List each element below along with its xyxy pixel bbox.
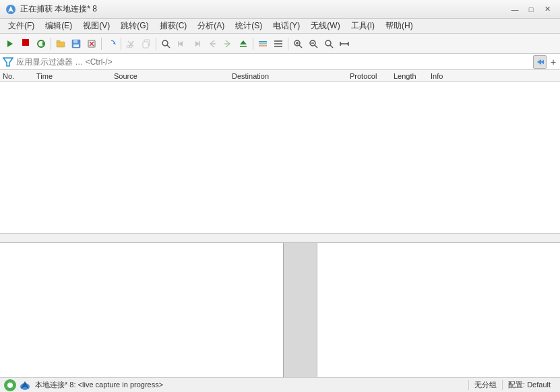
svg-marker-50 xyxy=(346,42,348,45)
filter-bar: + xyxy=(0,54,560,70)
filter-add-button[interactable]: + xyxy=(548,55,559,69)
go-forward-button[interactable] xyxy=(220,36,235,51)
zoom-normal-button[interactable] xyxy=(321,36,336,51)
sep4 xyxy=(156,38,156,50)
packet-list[interactable] xyxy=(0,82,560,233)
filter-input[interactable] xyxy=(16,54,532,69)
scroll-up-button[interactable] xyxy=(236,36,251,51)
svg-marker-49 xyxy=(340,42,342,45)
svg-line-45 xyxy=(330,45,333,48)
app-icon xyxy=(5,4,16,15)
bottom-area xyxy=(0,242,560,377)
status-config: 配置: Default xyxy=(502,380,556,390)
detail-panel[interactable] xyxy=(0,243,284,377)
packet-list-inner xyxy=(0,82,560,233)
menu-telephone[interactable]: 电话(Y) xyxy=(268,19,305,33)
open-file-button[interactable] xyxy=(53,36,68,51)
find-button[interactable] xyxy=(158,36,173,51)
svg-rect-35 xyxy=(274,43,282,44)
zoom-in-button[interactable] xyxy=(290,36,305,51)
filter-apply-button[interactable] xyxy=(533,55,547,69)
menu-view[interactable]: 视图(V) xyxy=(77,19,115,33)
col-header-info: Info xyxy=(431,72,557,80)
svg-rect-20 xyxy=(143,42,148,48)
title-text: 正在捕获 本地连接* 8 xyxy=(20,3,97,15)
svg-rect-10 xyxy=(73,44,79,47)
bytes-offset-panel xyxy=(284,243,317,377)
col-header-destination: Destination xyxy=(232,72,350,80)
svg-line-42 xyxy=(315,45,317,48)
filter-icon xyxy=(1,55,15,69)
start-capture-button[interactable] xyxy=(3,36,18,51)
prev-button[interactable] xyxy=(174,36,189,51)
col-header-length: Length xyxy=(394,72,431,80)
menu-help[interactable]: 帮助(H) xyxy=(380,19,418,33)
col-header-no: No. xyxy=(3,72,36,80)
zoom-out-button[interactable] xyxy=(306,36,321,51)
resize-columns-button[interactable] xyxy=(337,36,352,51)
menu-file[interactable]: 文件(F) xyxy=(3,19,40,33)
svg-rect-9 xyxy=(73,40,77,43)
menu-wireless[interactable]: 无线(W) xyxy=(305,19,345,33)
svg-point-44 xyxy=(325,40,331,46)
menu-capture[interactable]: 捕获(C) xyxy=(154,19,193,33)
svg-rect-32 xyxy=(259,43,267,44)
maximize-button[interactable]: □ xyxy=(524,3,538,16)
svg-rect-3 xyxy=(22,39,29,46)
col-header-time: Time xyxy=(36,72,114,80)
reload-button[interactable] xyxy=(104,36,119,51)
sep5 xyxy=(253,38,253,50)
cut-button[interactable] xyxy=(123,36,138,51)
close-file-button[interactable] xyxy=(84,36,99,51)
svg-marker-29 xyxy=(240,40,247,44)
capture-status-icon xyxy=(4,379,16,391)
save-file-button[interactable] xyxy=(69,36,84,51)
title-bar: 正在捕获 本地连接* 8 — □ ✕ xyxy=(0,0,560,19)
svg-marker-23 xyxy=(179,41,183,46)
packet-list-header: No. Time Source Destination Protocol Len… xyxy=(0,70,560,82)
svg-marker-2 xyxy=(7,40,13,47)
svg-line-22 xyxy=(167,45,170,48)
menu-statistics[interactable]: 统计(S) xyxy=(230,19,268,33)
stop-capture-button[interactable] xyxy=(18,36,33,51)
title-controls: — □ ✕ xyxy=(507,3,555,16)
status-bar: 本地连接* 8: <live capture in progress> 无分组 … xyxy=(0,377,560,392)
go-back-button[interactable] xyxy=(205,36,220,51)
next-button[interactable] xyxy=(189,36,204,51)
svg-point-17 xyxy=(127,45,129,48)
menu-go[interactable]: 跳转(G) xyxy=(115,19,154,33)
svg-marker-51 xyxy=(3,58,13,66)
col-header-protocol: Protocol xyxy=(350,72,394,80)
col-header-source: Source xyxy=(114,72,232,80)
svg-marker-25 xyxy=(195,41,199,46)
status-circle xyxy=(7,383,13,388)
colorize-button[interactable] xyxy=(255,36,270,51)
sep3 xyxy=(121,38,121,50)
bytes-content-panel[interactable] xyxy=(317,243,560,377)
menu-edit[interactable]: 编辑(E) xyxy=(40,19,77,33)
menu-bar: 文件(F) 编辑(E) 视图(V) 跳转(G) 捕获(C) 分析(A) 统计(S… xyxy=(0,19,560,34)
sep1 xyxy=(51,38,51,50)
bytes-panel xyxy=(284,243,560,377)
svg-rect-34 xyxy=(274,40,282,42)
horizontal-scrollbar[interactable] xyxy=(0,233,560,242)
svg-rect-7 xyxy=(57,40,60,42)
svg-rect-31 xyxy=(259,41,267,42)
autoscroll-button[interactable] xyxy=(271,36,286,51)
restart-capture-button[interactable] xyxy=(34,36,49,51)
shark-icon xyxy=(19,379,31,391)
svg-point-21 xyxy=(162,40,168,46)
minimize-button[interactable]: — xyxy=(507,3,522,16)
menu-analyze[interactable]: 分析(A) xyxy=(192,19,230,33)
close-button[interactable]: ✕ xyxy=(540,3,555,16)
sep6 xyxy=(288,38,288,50)
status-group: 无分组 xyxy=(468,380,502,390)
title-bar-left: 正在捕获 本地连接* 8 xyxy=(5,3,97,15)
svg-line-38 xyxy=(299,45,302,48)
status-capture-text: 本地连接* 8: <live capture in progress> xyxy=(35,380,468,390)
svg-rect-33 xyxy=(259,45,267,46)
toolbar xyxy=(0,34,560,54)
menu-tools[interactable]: 工具(I) xyxy=(346,19,380,33)
svg-rect-36 xyxy=(274,46,282,47)
copy-button[interactable] xyxy=(139,36,154,51)
